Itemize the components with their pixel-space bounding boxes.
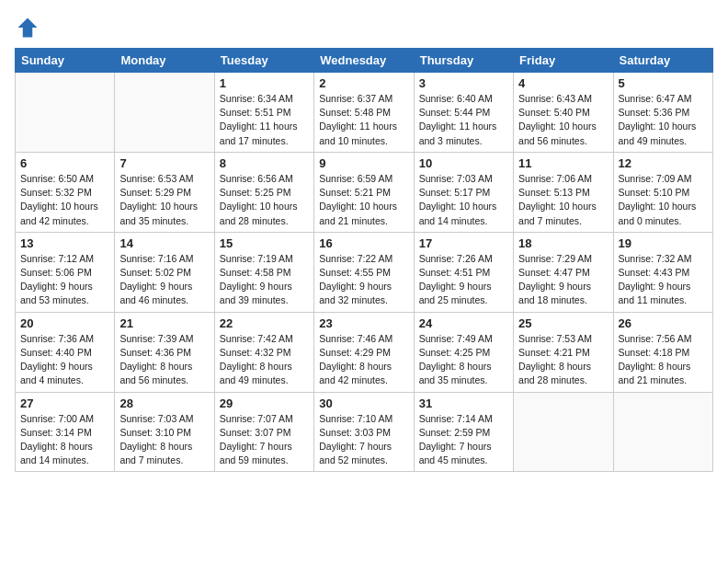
day-info: Sunrise: 7:12 AM Sunset: 5:06 PM Dayligh… xyxy=(20,252,109,308)
day-info: Sunrise: 7:07 AM Sunset: 3:07 PM Dayligh… xyxy=(220,412,309,468)
calendar-cell: 30Sunrise: 7:10 AM Sunset: 3:03 PM Dayli… xyxy=(314,392,414,472)
day-info: Sunrise: 7:49 AM Sunset: 4:25 PM Dayligh… xyxy=(419,332,508,388)
day-number: 16 xyxy=(319,236,408,250)
calendar-cell xyxy=(514,392,613,472)
day-number: 15 xyxy=(220,236,309,250)
day-info: Sunrise: 6:43 AM Sunset: 5:40 PM Dayligh… xyxy=(518,92,608,148)
day-number: 28 xyxy=(119,396,209,410)
calendar-cell: 2Sunrise: 6:37 AM Sunset: 5:48 PM Daylig… xyxy=(314,73,414,153)
weekday-header: Sunday xyxy=(16,49,115,73)
day-info: Sunrise: 7:03 AM Sunset: 5:17 PM Dayligh… xyxy=(419,172,508,228)
calendar-cell: 24Sunrise: 7:49 AM Sunset: 4:25 PM Dayli… xyxy=(414,312,513,392)
day-number: 8 xyxy=(220,156,309,170)
day-number: 14 xyxy=(119,236,209,250)
day-info: Sunrise: 7:39 AM Sunset: 4:36 PM Dayligh… xyxy=(119,332,209,388)
weekday-header-row: SundayMondayTuesdayWednesdayThursdayFrid… xyxy=(16,49,713,73)
day-number: 19 xyxy=(619,236,708,250)
calendar-cell: 14Sunrise: 7:16 AM Sunset: 5:02 PM Dayli… xyxy=(115,232,214,312)
calendar-cell: 28Sunrise: 7:03 AM Sunset: 3:10 PM Dayli… xyxy=(115,392,214,472)
day-info: Sunrise: 7:56 AM Sunset: 4:18 PM Dayligh… xyxy=(619,332,708,388)
day-number: 6 xyxy=(20,156,109,170)
calendar-cell: 29Sunrise: 7:07 AM Sunset: 3:07 PM Dayli… xyxy=(214,392,313,472)
logo-icon xyxy=(15,15,40,40)
day-number: 5 xyxy=(619,76,708,90)
day-number: 23 xyxy=(319,316,408,330)
day-number: 24 xyxy=(419,316,508,330)
day-info: Sunrise: 7:06 AM Sunset: 5:13 PM Dayligh… xyxy=(518,172,608,228)
day-number: 17 xyxy=(419,236,508,250)
weekday-header: Monday xyxy=(115,49,214,73)
calendar-cell: 27Sunrise: 7:00 AM Sunset: 3:14 PM Dayli… xyxy=(16,392,115,472)
calendar: SundayMondayTuesdayWednesdayThursdayFrid… xyxy=(15,48,713,472)
day-number: 9 xyxy=(319,156,408,170)
calendar-cell: 23Sunrise: 7:46 AM Sunset: 4:29 PM Dayli… xyxy=(314,312,414,392)
day-info: Sunrise: 7:46 AM Sunset: 4:29 PM Dayligh… xyxy=(319,332,408,388)
calendar-cell: 1Sunrise: 6:34 AM Sunset: 5:51 PM Daylig… xyxy=(214,73,313,153)
day-info: Sunrise: 6:34 AM Sunset: 5:51 PM Dayligh… xyxy=(220,92,309,148)
day-info: Sunrise: 6:56 AM Sunset: 5:25 PM Dayligh… xyxy=(220,172,309,228)
day-info: Sunrise: 7:00 AM Sunset: 3:14 PM Dayligh… xyxy=(20,412,109,468)
calendar-cell: 12Sunrise: 7:09 AM Sunset: 5:10 PM Dayli… xyxy=(613,152,712,232)
weekday-header: Saturday xyxy=(613,49,712,73)
day-info: Sunrise: 7:16 AM Sunset: 5:02 PM Dayligh… xyxy=(119,252,209,308)
weekday-header: Tuesday xyxy=(214,49,313,73)
day-info: Sunrise: 6:53 AM Sunset: 5:29 PM Dayligh… xyxy=(119,172,209,228)
day-info: Sunrise: 7:26 AM Sunset: 4:51 PM Dayligh… xyxy=(419,252,508,308)
calendar-cell: 19Sunrise: 7:32 AM Sunset: 4:43 PM Dayli… xyxy=(613,232,712,312)
calendar-cell xyxy=(115,73,214,153)
day-number: 10 xyxy=(419,156,508,170)
calendar-cell: 5Sunrise: 6:47 AM Sunset: 5:36 PM Daylig… xyxy=(613,73,712,153)
day-number: 11 xyxy=(518,156,608,170)
day-info: Sunrise: 6:59 AM Sunset: 5:21 PM Dayligh… xyxy=(319,172,408,228)
calendar-cell: 25Sunrise: 7:53 AM Sunset: 4:21 PM Dayli… xyxy=(514,312,613,392)
day-number: 1 xyxy=(220,76,309,90)
calendar-week-row: 27Sunrise: 7:00 AM Sunset: 3:14 PM Dayli… xyxy=(16,392,713,472)
calendar-cell xyxy=(16,73,115,153)
calendar-cell: 10Sunrise: 7:03 AM Sunset: 5:17 PM Dayli… xyxy=(414,152,513,232)
day-info: Sunrise: 6:50 AM Sunset: 5:32 PM Dayligh… xyxy=(20,172,109,228)
day-number: 18 xyxy=(518,236,608,250)
weekday-header: Wednesday xyxy=(314,49,414,73)
calendar-cell: 21Sunrise: 7:39 AM Sunset: 4:36 PM Dayli… xyxy=(115,312,214,392)
day-number: 26 xyxy=(619,316,708,330)
calendar-cell: 7Sunrise: 6:53 AM Sunset: 5:29 PM Daylig… xyxy=(115,152,214,232)
day-info: Sunrise: 6:40 AM Sunset: 5:44 PM Dayligh… xyxy=(419,92,508,148)
logo xyxy=(15,15,44,40)
day-number: 2 xyxy=(319,76,408,90)
day-number: 13 xyxy=(20,236,109,250)
page-header xyxy=(15,15,713,40)
day-number: 30 xyxy=(319,396,408,410)
calendar-cell: 26Sunrise: 7:56 AM Sunset: 4:18 PM Dayli… xyxy=(613,312,712,392)
calendar-cell: 20Sunrise: 7:36 AM Sunset: 4:40 PM Dayli… xyxy=(16,312,115,392)
day-number: 27 xyxy=(20,396,109,410)
calendar-cell: 8Sunrise: 6:56 AM Sunset: 5:25 PM Daylig… xyxy=(214,152,313,232)
day-number: 20 xyxy=(20,316,109,330)
calendar-cell xyxy=(613,392,712,472)
calendar-cell: 6Sunrise: 6:50 AM Sunset: 5:32 PM Daylig… xyxy=(16,152,115,232)
day-info: Sunrise: 7:09 AM Sunset: 5:10 PM Dayligh… xyxy=(619,172,708,228)
day-number: 21 xyxy=(119,316,209,330)
calendar-cell: 3Sunrise: 6:40 AM Sunset: 5:44 PM Daylig… xyxy=(414,73,513,153)
day-number: 3 xyxy=(419,76,508,90)
calendar-cell: 4Sunrise: 6:43 AM Sunset: 5:40 PM Daylig… xyxy=(514,73,613,153)
day-info: Sunrise: 7:29 AM Sunset: 4:47 PM Dayligh… xyxy=(518,252,608,308)
calendar-cell: 11Sunrise: 7:06 AM Sunset: 5:13 PM Dayli… xyxy=(514,152,613,232)
day-number: 25 xyxy=(518,316,608,330)
calendar-cell: 31Sunrise: 7:14 AM Sunset: 2:59 PM Dayli… xyxy=(414,392,513,472)
calendar-week-row: 1Sunrise: 6:34 AM Sunset: 5:51 PM Daylig… xyxy=(16,73,713,153)
weekday-header: Thursday xyxy=(414,49,513,73)
day-info: Sunrise: 7:36 AM Sunset: 4:40 PM Dayligh… xyxy=(20,332,109,388)
day-info: Sunrise: 7:10 AM Sunset: 3:03 PM Dayligh… xyxy=(319,412,408,468)
day-number: 12 xyxy=(619,156,708,170)
day-info: Sunrise: 6:47 AM Sunset: 5:36 PM Dayligh… xyxy=(619,92,708,148)
day-number: 22 xyxy=(220,316,309,330)
day-info: Sunrise: 7:53 AM Sunset: 4:21 PM Dayligh… xyxy=(518,332,608,388)
calendar-week-row: 20Sunrise: 7:36 AM Sunset: 4:40 PM Dayli… xyxy=(16,312,713,392)
calendar-cell: 9Sunrise: 6:59 AM Sunset: 5:21 PM Daylig… xyxy=(314,152,414,232)
day-info: Sunrise: 7:14 AM Sunset: 2:59 PM Dayligh… xyxy=(419,412,508,468)
calendar-cell: 16Sunrise: 7:22 AM Sunset: 4:55 PM Dayli… xyxy=(314,232,414,312)
calendar-cell: 18Sunrise: 7:29 AM Sunset: 4:47 PM Dayli… xyxy=(514,232,613,312)
day-info: Sunrise: 7:42 AM Sunset: 4:32 PM Dayligh… xyxy=(220,332,309,388)
calendar-cell: 13Sunrise: 7:12 AM Sunset: 5:06 PM Dayli… xyxy=(16,232,115,312)
day-number: 31 xyxy=(419,396,508,410)
